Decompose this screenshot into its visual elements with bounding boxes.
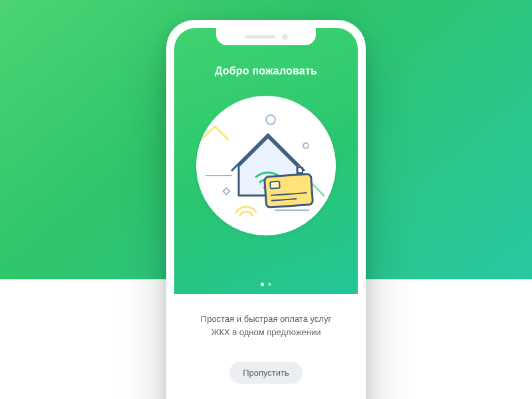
onboarding-line2: ЖКХ в одном предложении [211, 327, 321, 337]
phone-notch [216, 28, 316, 45]
onboarding-content: Простая и быстрая оплата услуг ЖКХ в одн… [174, 294, 358, 399]
house-payment-illustration-icon [196, 96, 336, 235]
front-camera [282, 34, 288, 40]
phone-screen: Добро пожаловать [174, 28, 358, 399]
speaker-slot [245, 35, 275, 39]
pager-dot-0[interactable] [261, 283, 264, 286]
skip-button[interactable]: Пропустить [229, 362, 303, 384]
pager-dot-1[interactable] [268, 283, 271, 286]
welcome-title: Добро пожаловать [215, 65, 317, 77]
onboarding-hero: Добро пожаловать [174, 28, 358, 294]
svg-rect-9 [270, 182, 280, 189]
pager-dots[interactable] [174, 283, 358, 286]
onboarding-description: Простая и быстрая оплата услуг ЖКХ в одн… [192, 313, 340, 339]
phone-frame: Добро пожаловать [166, 20, 366, 399]
svg-rect-8 [265, 174, 313, 207]
svg-point-1 [303, 143, 309, 148]
svg-rect-3 [223, 188, 230, 195]
svg-point-0 [266, 115, 275, 124]
onboarding-line1: Простая и быстрая оплата услуг [201, 314, 331, 324]
